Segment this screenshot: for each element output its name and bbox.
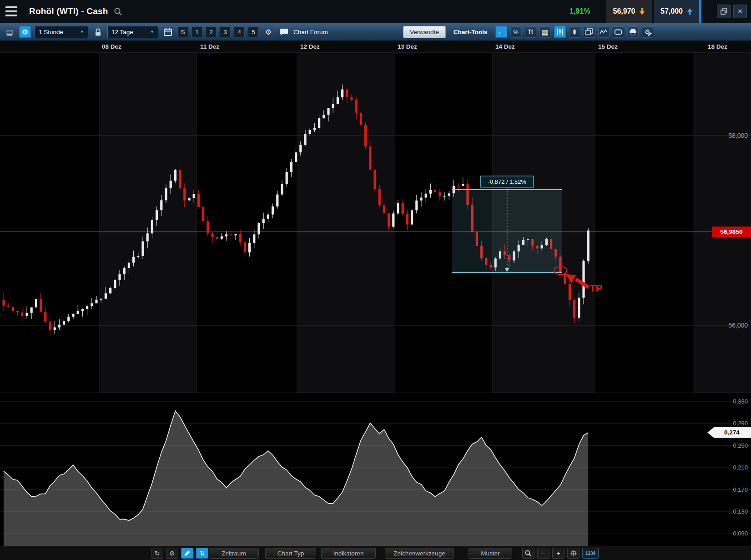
draw-button[interactable] (181, 548, 193, 559)
interval-select[interactable]: 1 Stunde ▼ (35, 26, 88, 38)
measurement-label: -0,872 / 1,52% (488, 178, 526, 185)
indicator-wave-button[interactable] (598, 26, 610, 38)
zoom-in-button[interactable]: + (552, 548, 565, 559)
current-price-badge: 56,9850 (712, 227, 751, 237)
disable-tool-button[interactable]: ⊘ (166, 548, 178, 559)
svg-text:0,330: 0,330 (733, 398, 748, 405)
speed-button-2[interactable]: 2 (206, 26, 217, 37)
indicator-canvas[interactable]: 0,3300,2900,2500,2100,1700,1300,090 (0, 393, 751, 546)
menu-zeichenwerkzeuge[interactable]: Zeichenwerkzeuge (385, 548, 454, 559)
verwandte-button[interactable]: Verwandte (403, 26, 446, 38)
rounded-rect-icon (614, 29, 622, 35)
chart-tools-tab[interactable]: Chart-Tools (449, 29, 492, 35)
candle-order-button[interactable]: ⇅ (196, 548, 208, 559)
trading-window: Rohöl (WTI) - Cash 1,91% 56,970 57,000 (0, 0, 751, 560)
indicator-panel[interactable]: 0,3300,2900,2500,2100,1700,1300,090 0,27… (0, 393, 751, 546)
zoom-out-button[interactable]: – (537, 548, 549, 559)
date-label: 15 Dez (598, 43, 618, 50)
minus-icon: – (542, 550, 545, 557)
menu-button[interactable] (0, 0, 22, 23)
refresh-icon: ↻ (155, 550, 160, 557)
magnifier-icon (525, 550, 532, 557)
svg-text:0,130: 0,130 (733, 508, 748, 515)
gear-icon: ⚙ (265, 28, 272, 36)
menu-chart-typ[interactable]: Chart Typ (265, 548, 316, 559)
tp-label: TP (590, 283, 602, 294)
chart-forum-bubble[interactable] (278, 26, 290, 38)
text-tool-button[interactable]: Tt (525, 26, 536, 38)
restore-icon (721, 8, 727, 15)
measurement-tool[interactable]: -0,872 / 1,52% (452, 176, 562, 272)
price-chart[interactable]: 58,00056,000-0,872 / 1,52%TP 56,9850 (0, 53, 751, 393)
refresh-button[interactable]: ↻ (151, 548, 163, 559)
svg-text:0,170: 0,170 (733, 486, 748, 493)
date-label: 11 Dez (200, 43, 219, 50)
sell-price-button[interactable]: 56,970 (606, 0, 652, 23)
close-button[interactable]: × (733, 5, 747, 18)
chevron-down-icon: ▼ (150, 30, 154, 34)
values-1234-button[interactable]: 1234 (582, 548, 599, 559)
chart-toolbar: ▤ ⚙ 1 Stunde ▼ 12 Tage ▼ (0, 23, 751, 41)
candles-icon (556, 28, 564, 35)
svg-text:58,000: 58,000 (728, 132, 748, 139)
search-button[interactable] (114, 7, 122, 16)
speed-button-1[interactable]: 1 (192, 26, 202, 37)
grid-toggle-button[interactable]: ▦ (539, 26, 551, 38)
panel-list-button[interactable]: ▤ (4, 26, 15, 38)
left-arrow-icon: ← (498, 28, 505, 36)
calendar-icon (164, 28, 172, 36)
indicator-value-tag: 0,274 (707, 427, 751, 438)
range-select[interactable]: 12 Tage ▼ (107, 26, 158, 38)
calendar-button[interactable] (162, 26, 174, 38)
cascade-windows-button[interactable] (584, 26, 595, 38)
zoom-button[interactable] (522, 548, 534, 559)
single-candle-button[interactable] (569, 26, 580, 38)
speed-button-3[interactable]: 3 (220, 26, 231, 37)
gear-pencil-icon: ⚙ (645, 28, 650, 35)
lock-icon (95, 28, 101, 36)
bottom-toolbar: ↻ ⊘ ⇅ Zeitraum Chart Typ Indikatoren Zei… (0, 546, 751, 560)
grid-icon: ▦ (541, 28, 548, 36)
panel-list-icon: ▤ (6, 28, 13, 36)
svg-text:0,290: 0,290 (733, 420, 748, 427)
crosshair-icon (570, 550, 577, 557)
menu-muster[interactable]: Muster (469, 548, 512, 559)
restore-window-button[interactable] (717, 5, 731, 18)
date-label: 18 Dez (708, 43, 727, 50)
percent-scale-button[interactable]: % (510, 26, 522, 38)
svg-text:0,250: 0,250 (733, 442, 748, 449)
pencil-icon (184, 550, 190, 556)
hamburger-icon (5, 6, 17, 8)
chart-options-button[interactable]: ⚙ (642, 26, 653, 38)
close-icon: × (737, 6, 742, 16)
chart-forum-link[interactable]: Chart Forum (293, 29, 328, 35)
print-button[interactable] (627, 26, 639, 38)
crosshair-button[interactable] (567, 548, 580, 559)
buy-price-button[interactable]: 57,000 (654, 0, 701, 23)
chart-settings-button[interactable]: ⚙ (19, 26, 31, 38)
speed-button-4[interactable]: 4 (234, 26, 245, 37)
wave-icon (600, 29, 608, 35)
shape-tool-button[interactable] (613, 26, 624, 38)
cascade-windows-icon (585, 28, 593, 35)
speed-button-5[interactable]: 5 (248, 26, 259, 37)
speed-button-s[interactable]: S (177, 26, 188, 37)
svg-text:0,210: 0,210 (733, 464, 748, 471)
svg-text:0,090: 0,090 (733, 530, 748, 537)
date-label: 13 Dez (398, 43, 417, 50)
no-entry-icon: ⊘ (170, 550, 175, 557)
change-percent: 1,91% (570, 0, 590, 23)
settings-gear-button[interactable]: ⚙ (262, 26, 274, 38)
speech-bubble-icon (279, 28, 288, 36)
menu-zeitraum[interactable]: Zeitraum (209, 548, 259, 559)
candle-type-button[interactable] (554, 26, 566, 38)
date-label: 12 Dez (300, 43, 320, 50)
gear-icon: ⚙ (22, 28, 28, 36)
lock-button[interactable] (92, 26, 104, 38)
menu-indikatoren[interactable]: Indikatoren (321, 548, 376, 559)
search-icon (114, 7, 122, 16)
back-arrow-button[interactable]: ← (495, 26, 507, 38)
price-chart-canvas[interactable]: 58,00056,000-0,872 / 1,52%TP (0, 53, 751, 393)
candle-icon (571, 28, 578, 35)
date-label: 14 Dez (495, 43, 515, 50)
